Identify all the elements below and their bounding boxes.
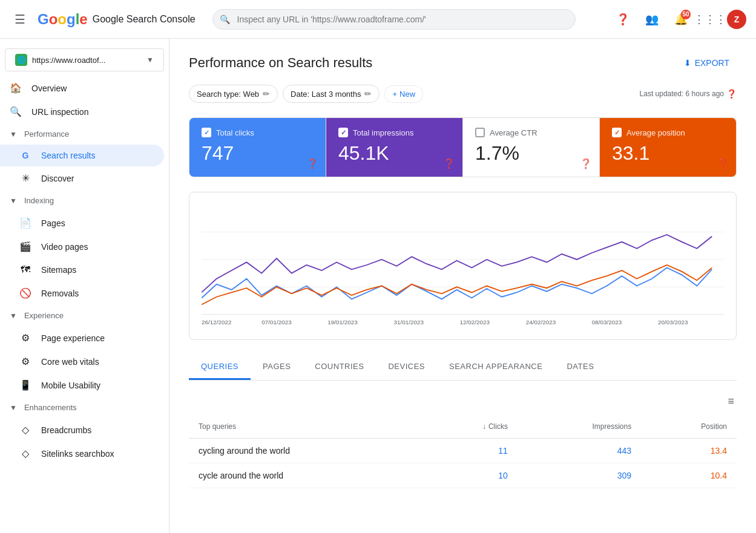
metric-card-total-clicks[interactable]: Total clicks 747 ❓ bbox=[189, 118, 326, 177]
date-label: Date: Last 3 months bbox=[291, 90, 361, 99]
app-logo: Google Google Search Console bbox=[38, 11, 196, 28]
total-impressions-checkbox[interactable] bbox=[338, 128, 348, 137]
tab-search-appearance[interactable]: SEARCH APPEARANCE bbox=[437, 355, 554, 380]
help-icon[interactable]: ❓ bbox=[306, 158, 318, 169]
search-type-label: Search type: Web bbox=[197, 90, 259, 99]
sidebar-item-search-results[interactable]: G Search results bbox=[0, 145, 164, 166]
export-label: EXPORT bbox=[695, 58, 729, 68]
google-logo-icon: Google bbox=[38, 11, 88, 28]
new-filter-button[interactable]: + New bbox=[384, 85, 423, 103]
edit-icon: ✏ bbox=[364, 89, 372, 99]
tab-dates[interactable]: DATES bbox=[554, 355, 606, 380]
table-row: cycle around the world 10 309 10.4 bbox=[189, 463, 737, 488]
sidebar: 🌐 https://www.roadtof... ▼ 🏠 Overview 🔍 … bbox=[0, 39, 169, 533]
help-icon[interactable]: ❓ bbox=[726, 89, 737, 99]
sidebar-section-performance[interactable]: ▼ Performance bbox=[0, 123, 169, 145]
metric-card-average-position[interactable]: Average position 33.1 ❓ bbox=[600, 118, 736, 177]
sidebar-section-enhancements[interactable]: ▼ Enhancements bbox=[0, 397, 169, 418]
hamburger-menu-button[interactable]: ☰ bbox=[10, 7, 30, 31]
sidebar-item-url-inspection[interactable]: 🔍 URL inspection bbox=[0, 100, 164, 123]
video-pages-icon: 🎬 bbox=[19, 241, 31, 252]
average-ctr-checkbox[interactable] bbox=[475, 128, 485, 137]
sidebar-item-label: Removals bbox=[41, 289, 79, 298]
chevron-down-icon: ▼ bbox=[10, 312, 17, 320]
tab-pages[interactable]: PAGES bbox=[251, 355, 303, 380]
sidebar-item-sitelinks-searchbox[interactable]: ◇ Sitelinks searchbox bbox=[0, 442, 164, 465]
people-button[interactable]: 👥 bbox=[640, 7, 664, 31]
sidebar-section-label: Performance bbox=[24, 129, 69, 139]
average-ctr-label: Average CTR bbox=[490, 128, 537, 137]
sidebar-item-label: Video pages bbox=[41, 242, 88, 252]
filter-icon[interactable]: ≡ bbox=[725, 393, 737, 410]
core-web-vitals-icon: ⚙ bbox=[19, 356, 31, 367]
sidebar-item-label: Search results bbox=[41, 151, 95, 160]
app-name: Google Search Console bbox=[93, 14, 196, 25]
sidebar-item-removals[interactable]: 🚫 Removals bbox=[0, 281, 164, 305]
chevron-down-icon: ▼ bbox=[10, 404, 17, 412]
tab-queries[interactable]: QUERIES bbox=[189, 355, 251, 380]
total-impressions-label: Total impressions bbox=[353, 128, 413, 137]
performance-chart: 26/12/2022 07/01/2023 19/01/2023 31/01/2… bbox=[189, 192, 737, 340]
sidebar-item-breadcrumbs[interactable]: ◇ Breadcrumbs bbox=[0, 418, 164, 442]
sidebar-section-label: Indexing bbox=[24, 196, 54, 205]
tab-devices[interactable]: DEVICES bbox=[376, 355, 437, 380]
help-icon[interactable]: ❓ bbox=[580, 158, 592, 169]
metric-cards: Total clicks 747 ❓ Total impressions 45.… bbox=[189, 117, 737, 177]
topbar-actions: ❓ 👥 🔔 50 ⋮⋮⋮ Z bbox=[611, 7, 746, 31]
query-text: cycling around the world bbox=[189, 439, 423, 463]
export-button[interactable]: ⬇ EXPORT bbox=[677, 53, 737, 73]
apps-button[interactable]: ⋮⋮⋮ bbox=[698, 7, 722, 31]
sidebar-item-mobile-usability[interactable]: 📱 Mobile Usability bbox=[0, 373, 164, 397]
sidebar-item-label: Pages bbox=[41, 218, 65, 228]
export-icon: ⬇ bbox=[684, 58, 691, 68]
chart-svg: 26/12/2022 07/01/2023 19/01/2023 31/01/2… bbox=[202, 204, 724, 325]
clicks-value: 11 bbox=[423, 439, 518, 463]
total-clicks-checkbox[interactable] bbox=[202, 128, 211, 137]
content-header: Performance on Search results ⬇ EXPORT bbox=[189, 53, 737, 73]
apps-icon: ⋮⋮⋮ bbox=[694, 13, 726, 26]
help-icon[interactable]: ❓ bbox=[717, 158, 729, 169]
sidebar-item-video-pages[interactable]: 🎬 Video pages bbox=[0, 235, 164, 258]
col-position[interactable]: Position bbox=[641, 415, 737, 439]
metric-card-total-impressions[interactable]: Total impressions 45.1K ❓ bbox=[326, 118, 462, 177]
site-icon: 🌐 bbox=[15, 54, 27, 66]
sort-icon: ↓ bbox=[482, 422, 486, 431]
table-header-row: Top queries ↓Clicks Impressions Position bbox=[189, 415, 737, 439]
help-button[interactable]: ❓ bbox=[611, 7, 635, 31]
mobile-usability-icon: 📱 bbox=[19, 379, 31, 391]
people-icon: 👥 bbox=[645, 13, 659, 26]
discover-icon: ✳ bbox=[19, 172, 31, 184]
sidebar-item-overview[interactable]: 🏠 Overview bbox=[0, 76, 164, 100]
page-title: Performance on Search results bbox=[189, 55, 372, 71]
table-controls: ≡ bbox=[189, 393, 737, 410]
sidebar-section-label: Experience bbox=[24, 311, 64, 320]
metric-card-average-ctr[interactable]: Average CTR 1.7% ❓ bbox=[463, 118, 599, 177]
sidebar-item-page-experience[interactable]: ⚙ Page experience bbox=[0, 326, 164, 350]
url-search-field[interactable]: 🔍 bbox=[212, 9, 576, 30]
notifications-button[interactable]: 🔔 50 bbox=[669, 7, 693, 31]
sidebar-section-experience[interactable]: ▼ Experience bbox=[0, 305, 169, 326]
url-search-input[interactable] bbox=[212, 9, 576, 30]
pages-icon: 📄 bbox=[19, 217, 31, 229]
tab-countries[interactable]: COUNTRIES bbox=[303, 355, 376, 380]
sidebar-section-indexing[interactable]: ▼ Indexing bbox=[0, 190, 169, 211]
col-impressions[interactable]: Impressions bbox=[518, 415, 641, 439]
sidebar-item-discover[interactable]: ✳ Discover bbox=[0, 166, 164, 190]
col-clicks[interactable]: ↓Clicks bbox=[423, 415, 518, 439]
chart-date-label: 19/01/2023 bbox=[327, 319, 358, 325]
chart-date-label: 07/01/2023 bbox=[261, 319, 292, 325]
help-icon[interactable]: ❓ bbox=[443, 158, 455, 169]
date-filter[interactable]: Date: Last 3 months ✏ bbox=[283, 85, 380, 103]
sidebar-item-core-web-vitals[interactable]: ⚙ Core web vitals bbox=[0, 350, 164, 373]
total-impressions-value: 45.1K bbox=[338, 142, 450, 165]
user-avatar[interactable]: Z bbox=[727, 10, 746, 29]
impressions-line bbox=[202, 235, 712, 292]
sidebar-item-pages[interactable]: 📄 Pages bbox=[0, 211, 164, 235]
site-selector[interactable]: 🌐 https://www.roadtof... ▼ bbox=[5, 48, 164, 71]
sidebar-item-sitemaps[interactable]: 🗺 Sitemaps bbox=[0, 258, 164, 281]
data-tabs: QUERIES PAGES COUNTRIES DEVICES SEARCH A… bbox=[189, 355, 737, 381]
notification-badge: 50 bbox=[681, 10, 691, 19]
average-position-checkbox[interactable] bbox=[612, 128, 622, 137]
home-icon: 🏠 bbox=[10, 82, 22, 94]
search-type-filter[interactable]: Search type: Web ✏ bbox=[189, 85, 278, 103]
